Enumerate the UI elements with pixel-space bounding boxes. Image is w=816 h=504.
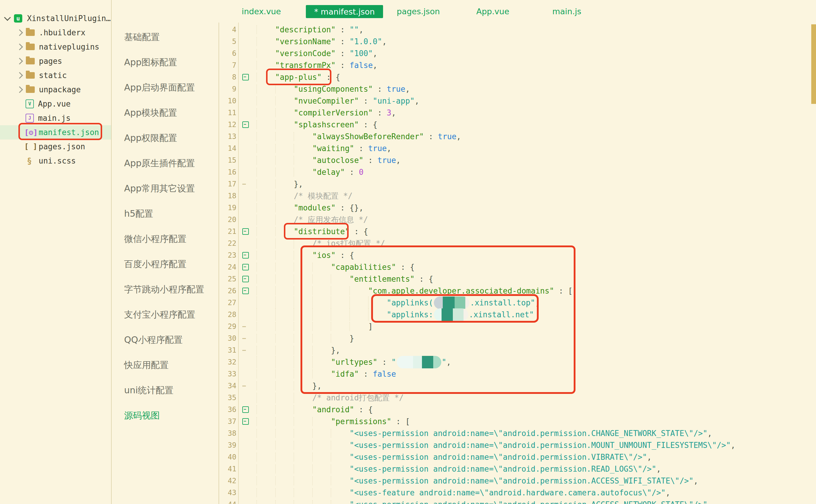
config-item[interactable]: App常用其它设置 (112, 176, 218, 201)
code-line[interactable]: 39"<uses-permission android:name=\"andro… (219, 439, 816, 451)
line-number: 20 (219, 215, 240, 224)
code-line[interactable]: 36"android" : { (219, 404, 816, 416)
editor-scrollbar-thumb[interactable] (811, 24, 816, 104)
code-line[interactable]: 17}, (219, 178, 816, 190)
indent-guide (331, 275, 349, 283)
code-line[interactable]: 18/* 模块配置 */ (219, 190, 816, 202)
config-item[interactable]: h5配置 (112, 201, 218, 226)
fold-collapse-icon[interactable] (242, 264, 249, 270)
code-line[interactable]: 14"waiting" : true, (219, 142, 816, 154)
code-line[interactable]: 38"<uses-permission android:name=\"andro… (219, 427, 816, 439)
code-line[interactable]: 16"delay" : 0 (219, 166, 816, 178)
config-item[interactable]: 支付宝小程序配置 (112, 302, 218, 327)
fold-column (240, 264, 254, 270)
tree-file-manifest-json[interactable]: [⚙]manifest.json (0, 125, 111, 140)
indent-guide (275, 168, 294, 177)
chevron-right-icon[interactable] (16, 44, 23, 50)
code-line[interactable]: 26"com.apple.developer.associated-domain… (219, 285, 816, 297)
fold-collapse-icon[interactable] (242, 74, 249, 80)
config-item[interactable]: 微信小程序配置 (112, 226, 218, 252)
fold-collapse-icon[interactable] (242, 406, 249, 413)
tree-folder-static[interactable]: static (0, 68, 111, 83)
tree-file-uni-scss[interactable]: §uni.scss (0, 154, 111, 168)
config-item[interactable]: QQ小程序配置 (112, 327, 218, 353)
chevron-right-icon[interactable] (16, 72, 23, 79)
tree-file-pages-json[interactable]: [ ]pages.json (0, 140, 111, 154)
token: true (386, 85, 405, 93)
code-line[interactable]: 31}, (219, 344, 816, 356)
config-item[interactable]: 快应用配置 (112, 353, 218, 378)
fold-collapse-icon[interactable] (242, 252, 249, 259)
code-line[interactable]: 29] (219, 321, 816, 332)
code-line[interactable]: 10"nvueCompiler" : "uni-app", (219, 95, 816, 107)
code-line[interactable]: 34}, (219, 380, 816, 392)
code-line[interactable]: 5"versionName" : "1.0.0", (219, 36, 816, 47)
chevron-down-icon[interactable] (4, 14, 11, 21)
code-line[interactable]: 30} (219, 332, 816, 344)
config-item[interactable]: 基础配置 (112, 25, 218, 50)
token: , (373, 49, 377, 58)
code-line[interactable]: 27"applinks(.xinstall.top", (219, 297, 816, 309)
chevron-right-icon[interactable] (16, 86, 23, 93)
code-editor[interactable]: 4"description" : "",5"versionName" : "1.… (219, 23, 816, 504)
code-line[interactable]: 22/* ios打包配置 */ (219, 237, 816, 249)
config-item[interactable]: App原生插件配置 (112, 151, 218, 176)
code-line[interactable]: 24"capabilities" : { (219, 261, 816, 273)
config-item[interactable]: App启动界面配置 (112, 75, 218, 100)
code-line[interactable]: 15"autoclose" : true, (219, 154, 816, 166)
code-line[interactable]: 20/* 应用发布信息 */ (219, 214, 816, 226)
token: : (354, 144, 368, 153)
chevron-right-icon[interactable] (16, 29, 23, 36)
tree-folder-unpackage[interactable]: unpackage (0, 83, 111, 97)
tab-main.js[interactable]: main.js (552, 0, 582, 23)
code-line[interactable]: 9"usingComponents" : true, (219, 83, 816, 95)
tree-file-App-vue[interactable]: VApp.vue (0, 97, 111, 111)
code-line[interactable]: 19"modules" : {}, (219, 202, 816, 214)
tab-manifest.json[interactable]: * manifest.json (306, 5, 383, 18)
config-item[interactable]: uni统计配置 (112, 378, 218, 403)
tree-project-row[interactable]: uXinstallUniPlugin… (0, 11, 111, 26)
token: /* 应用发布信息 */ (294, 215, 368, 225)
fold-collapse-icon[interactable] (242, 228, 249, 235)
config-item[interactable]: 字节跳动小程序配置 (112, 277, 218, 302)
code-line[interactable]: 33"idfa" : false (219, 368, 816, 380)
code-line[interactable]: 11"compilerVersion" : 3, (219, 107, 816, 119)
token: 3 (386, 108, 391, 117)
chevron-right-icon[interactable] (16, 58, 23, 65)
config-item[interactable]: 百度小程序配置 (112, 252, 218, 277)
code-line[interactable]: 42"<uses-permission android:name=\"andro… (219, 475, 816, 487)
code-line[interactable]: 40"<uses-permission android:name=\"andro… (219, 451, 816, 463)
code-line[interactable]: 35/* android打包配置 */ (219, 392, 816, 404)
config-item[interactable]: App图标配置 (112, 50, 218, 75)
code-line[interactable]: 23"ios" : { (219, 249, 816, 261)
indent-guide (275, 191, 294, 201)
tree-folder-hbuilderx[interactable]: .hbuilderx (0, 26, 111, 40)
code-line[interactable]: 41"<uses-permission android:name=\"andro… (219, 463, 816, 475)
tree-file-main-js[interactable]: Jmain.js (0, 111, 111, 125)
code-line[interactable]: 8"app-plus" : { (219, 71, 816, 83)
code-line[interactable]: 28"applinks:.xinstall.net" (219, 309, 816, 321)
code-line[interactable]: 12"splashscreen" : { (219, 119, 816, 131)
code-line[interactable]: 7"transformPx" : false, (219, 59, 816, 71)
code-line[interactable]: 6"versionCode" : "100", (219, 47, 816, 59)
tab-pages.json[interactable]: pages.json (397, 0, 440, 23)
config-item[interactable]: App权限配置 (112, 126, 218, 151)
tree-folder-pages[interactable]: pages (0, 54, 111, 68)
fold-collapse-icon[interactable] (242, 276, 249, 282)
code-line[interactable]: 37"permissions" : [ (219, 416, 816, 427)
code-line[interactable]: 4"description" : "", (219, 24, 816, 36)
fold-collapse-icon[interactable] (242, 288, 249, 294)
code-line[interactable]: 21"distribute" : { (219, 226, 816, 237)
config-item[interactable]: 源码视图 (112, 403, 218, 428)
tab-App.vue[interactable]: App.vue (476, 0, 509, 23)
code-line[interactable]: 43"<uses-feature android:name=\"android.… (219, 487, 816, 499)
fold-collapse-icon[interactable] (242, 418, 249, 425)
code-line[interactable]: 13"alwaysShowBeforeRender" : true, (219, 131, 816, 142)
code-line[interactable]: 32"urltypes" : "", (219, 356, 816, 368)
code-line[interactable]: 25"entitlements" : { (219, 273, 816, 285)
tree-folder-nativeplugins[interactable]: nativeplugins (0, 40, 111, 54)
fold-collapse-icon[interactable] (242, 121, 249, 128)
config-item[interactable]: App模块配置 (112, 100, 218, 126)
tab-index.vue[interactable]: index.vue (242, 0, 281, 23)
code-line[interactable]: 44"<uses-permission android:name=\"andro… (219, 499, 816, 504)
